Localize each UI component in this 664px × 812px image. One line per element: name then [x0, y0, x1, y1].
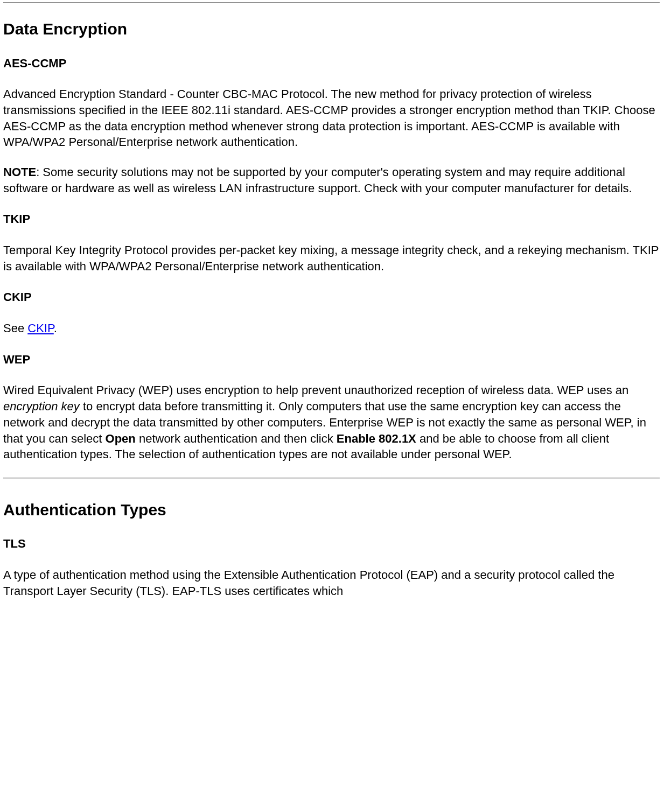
subheading-wep: WEP: [3, 352, 660, 368]
section-heading-authentication-types: Authentication Types: [3, 499, 660, 521]
wep-part3: network authentication and then click: [136, 432, 337, 445]
paragraph-note: NOTE: Some security solutions may not be…: [3, 164, 660, 196]
section-divider: [3, 478, 660, 479]
ckip-suffix: .: [54, 321, 57, 335]
paragraph-aes-ccmp: Advanced Encryption Standard - Counter C…: [3, 86, 660, 150]
note-label: NOTE: [3, 165, 36, 179]
subheading-ckip: CKIP: [3, 289, 660, 305]
section-heading-data-encryption: Data Encryption: [3, 18, 660, 40]
paragraph-ckip: See CKIP.: [3, 320, 660, 337]
subheading-tkip: TKIP: [3, 211, 660, 227]
paragraph-tls: A type of authentication method using th…: [3, 567, 660, 599]
subheading-aes-ccmp: AES-CCMP: [3, 55, 660, 72]
paragraph-wep: Wired Equivalent Privacy (WEP) uses encr…: [3, 382, 660, 462]
paragraph-tkip: Temporal Key Integrity Protocol provides…: [3, 242, 660, 274]
ckip-link[interactable]: CKIP: [27, 321, 54, 335]
subheading-tls: TLS: [3, 536, 660, 552]
wep-italic-encryption-key: encryption key: [3, 400, 80, 413]
ckip-prefix: See: [3, 321, 27, 335]
note-body: : Some security solutions may not be sup…: [3, 165, 632, 195]
wep-bold-enable-8021x: Enable 802.1X: [337, 432, 416, 445]
wep-part1: Wired Equivalent Privacy (WEP) uses encr…: [3, 383, 628, 397]
wep-bold-open: Open: [106, 432, 136, 445]
top-divider: [3, 2, 660, 3]
